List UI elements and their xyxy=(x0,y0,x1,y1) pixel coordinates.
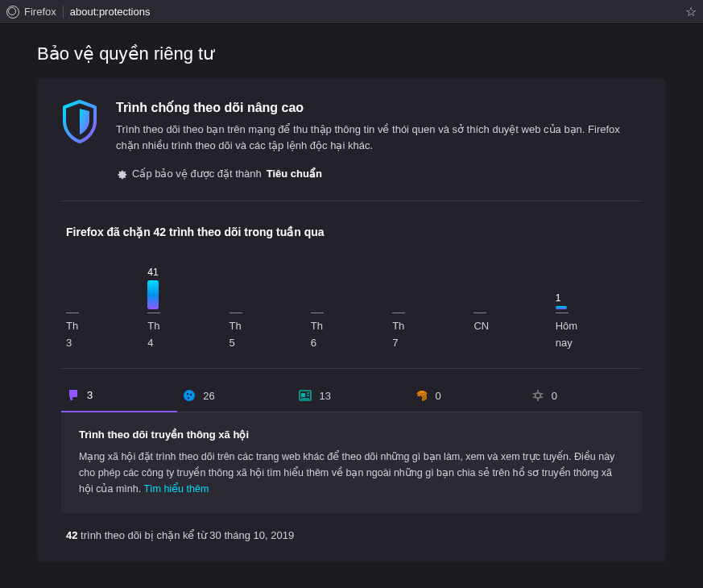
panel-heading: Trình theo dõi truyền thông xã hội xyxy=(79,429,624,441)
level-value: Tiêu chuẩn xyxy=(267,168,322,180)
fingerprint-icon xyxy=(415,388,429,403)
tracker-detail-panel: Trình theo dõi truyền thông xã hội Mạng … xyxy=(61,412,642,513)
bar xyxy=(556,306,567,309)
learn-more-link[interactable]: Tìm hiểu thêm xyxy=(143,483,209,495)
week-section: Firefox đã chặn 42 trình theo dõi trong … xyxy=(61,201,642,541)
social-icon xyxy=(66,388,81,403)
identity-label: Firefox xyxy=(24,6,64,18)
tab-count: 0 xyxy=(552,390,557,402)
firefox-icon xyxy=(6,6,19,19)
week-summary: Firefox đã chặn 42 trình theo dõi trong … xyxy=(61,226,642,238)
chart-column[interactable]: Th6 xyxy=(311,266,392,352)
chart-column[interactable]: 41Th4 xyxy=(147,266,229,352)
tracker-tabs: 3261300 xyxy=(61,369,642,412)
total-count: 42 xyxy=(66,529,77,541)
day-label: CN xyxy=(473,318,555,335)
day-label: Th4 xyxy=(147,318,229,352)
day-label: Th3 xyxy=(66,318,147,352)
svg-point-4 xyxy=(188,397,189,399)
weekly-chart: Th341Th4Th5Th6Th7CN1Hômnay xyxy=(61,266,642,369)
chart-column[interactable]: 1Hômnay xyxy=(556,266,637,352)
svg-point-2 xyxy=(187,393,188,395)
protection-level[interactable]: Cấp bảo vệ được đặt thành Tiêu chuẩn xyxy=(116,168,642,180)
protections-card: Trình chống theo dõi nâng cao Trình theo… xyxy=(37,79,666,562)
tab-count: 26 xyxy=(203,390,214,402)
tab-cookie[interactable]: 26 xyxy=(177,380,293,412)
gear-icon xyxy=(116,168,127,180)
shield-icon xyxy=(61,100,98,143)
tab-content[interactable]: 13 xyxy=(293,380,409,412)
tab-social[interactable]: 3 xyxy=(61,380,177,412)
total-text: trình theo dõi bị chặn kể từ 30 tháng 10… xyxy=(77,529,294,541)
svg-point-3 xyxy=(190,394,192,395)
hero-heading: Trình chống theo dõi nâng cao xyxy=(116,100,642,115)
address-bar: Firefox about:protections ☆ xyxy=(0,0,703,24)
day-label: Th5 xyxy=(230,318,311,352)
bar-value: 41 xyxy=(147,267,158,278)
day-label: Th7 xyxy=(392,318,473,352)
hero-body: Trình chống theo dõi nâng cao Trình theo… xyxy=(116,100,642,180)
tab-count: 0 xyxy=(436,390,441,402)
url-text[interactable]: about:protections xyxy=(64,6,685,18)
total-blocked: 42 trình theo dõi bị chặn kể từ 30 tháng… xyxy=(61,513,642,541)
tab-count: 13 xyxy=(319,390,330,402)
svg-point-1 xyxy=(184,390,195,401)
chart-column[interactable]: CN xyxy=(473,266,555,352)
cookie-icon xyxy=(182,388,196,403)
bar-value: 1 xyxy=(556,292,561,304)
svg-rect-6 xyxy=(301,393,305,397)
svg-rect-7 xyxy=(536,393,540,398)
chart-column[interactable]: Th3 xyxy=(66,266,147,352)
content-icon xyxy=(298,388,312,403)
bookmark-star-icon[interactable]: ☆ xyxy=(685,4,697,19)
bar xyxy=(147,280,159,309)
page-content: Bảo vệ quyền riêng tư Trình chống theo d… xyxy=(0,24,703,582)
day-label: Th6 xyxy=(311,318,392,352)
cryptominer-icon xyxy=(531,388,545,403)
tab-count: 3 xyxy=(87,389,93,401)
svg-rect-0 xyxy=(71,398,72,400)
chart-column[interactable]: Th7 xyxy=(392,266,473,352)
chart-column[interactable]: Th5 xyxy=(230,266,311,352)
page-title: Bảo vệ quyền riêng tư xyxy=(37,43,666,64)
hero-section: Trình chống theo dõi nâng cao Trình theo… xyxy=(61,100,642,201)
level-prefix: Cấp bảo vệ được đặt thành xyxy=(132,168,262,180)
tab-fingerprint[interactable]: 0 xyxy=(410,380,526,412)
day-label: Hômnay xyxy=(556,318,637,352)
tab-cryptominer[interactable]: 0 xyxy=(526,380,642,412)
hero-description: Trình theo dõi theo bạn trên mạng để thu… xyxy=(116,122,642,153)
panel-body: Mạng xã hội đặt trình theo dõi trên các … xyxy=(79,449,624,497)
